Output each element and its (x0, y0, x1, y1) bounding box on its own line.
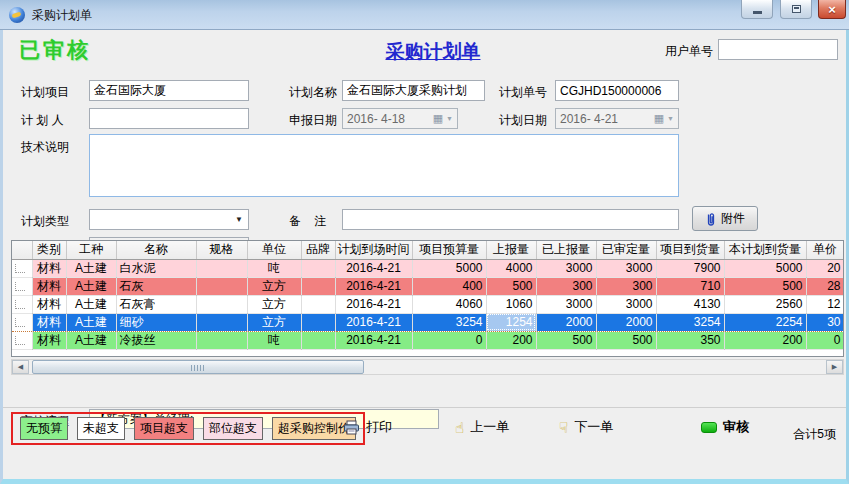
prev-record-button[interactable]: ☝ 上一单 (455, 418, 509, 436)
grid-cell[interactable] (196, 295, 247, 313)
column-header[interactable]: 名称 (116, 241, 196, 259)
column-header[interactable]: 品牌 (301, 241, 335, 259)
grid-cell[interactable]: 0 (412, 331, 486, 349)
column-header[interactable]: 项目到货量 (656, 241, 724, 259)
scroll-left-button[interactable]: ◀ (12, 360, 29, 374)
grid-cell[interactable]: 材料 (32, 313, 66, 331)
grid-cell[interactable]: 材料 (32, 277, 66, 295)
tech-note-textarea[interactable] (89, 134, 679, 197)
column-header[interactable]: 已审定量 (596, 241, 656, 259)
table-row[interactable]: 材料A土建石灰立方2016-4-2140050030030071050028 (12, 277, 844, 295)
grid-cell[interactable]: 材料 (32, 331, 66, 349)
scrollbar-thumb[interactable] (32, 360, 364, 374)
grid-cell[interactable]: A土建 (66, 331, 116, 349)
grid-cell[interactable]: 石灰膏 (116, 295, 196, 313)
grid-cell[interactable]: 2000 (536, 313, 596, 331)
chevron-down-icon[interactable]: ▼ (446, 115, 453, 122)
grid-cell[interactable]: 2016-4-21 (335, 277, 412, 295)
row-indicator[interactable] (12, 331, 32, 349)
column-header[interactable]: 单位 (247, 241, 301, 259)
grid-cell[interactable]: 30 (806, 313, 844, 331)
grid-cell[interactable]: 吨 (247, 331, 301, 349)
grid-cell[interactable] (196, 331, 247, 349)
grid-cell[interactable]: 3254 (412, 313, 486, 331)
grid-cell[interactable] (301, 331, 335, 349)
grid-cell[interactable]: 3000 (596, 259, 656, 277)
grid-cell[interactable]: 300 (536, 277, 596, 295)
grid-cell[interactable] (301, 295, 335, 313)
row-indicator[interactable] (12, 259, 32, 277)
audit-button[interactable]: 审核 (701, 418, 749, 436)
grid-cell[interactable]: 2000 (596, 313, 656, 331)
row-indicator[interactable] (12, 295, 32, 313)
grid-cell[interactable]: 7900 (656, 259, 724, 277)
column-header[interactable]: 工种 (66, 241, 116, 259)
grid-cell[interactable]: 0 (806, 331, 844, 349)
grid-cell[interactable]: 3254 (656, 313, 724, 331)
grid-cell[interactable] (301, 259, 335, 277)
grid-cell[interactable]: 立方 (247, 277, 301, 295)
grid-cell[interactable]: 200 (486, 331, 536, 349)
plan-date-picker[interactable]: 2016- 4-21 ▦ ▼ (555, 108, 679, 129)
grid-cell[interactable]: 材料 (32, 295, 66, 313)
grid-cell[interactable]: 2254 (724, 313, 806, 331)
grid-cell[interactable]: 4060 (412, 295, 486, 313)
plan-name-input[interactable] (342, 80, 485, 101)
grid-cell[interactable]: 1254 (486, 313, 536, 331)
grid-cell[interactable]: 400 (412, 277, 486, 295)
plan-no-input[interactable] (555, 80, 679, 101)
grid-cell[interactable]: A土建 (66, 259, 116, 277)
grid-cell[interactable]: 石灰 (116, 277, 196, 295)
grid-cell[interactable]: 1060 (486, 295, 536, 313)
row-indicator[interactable] (12, 277, 32, 295)
grid-cell[interactable]: 立方 (247, 295, 301, 313)
column-header[interactable]: 已上报量 (536, 241, 596, 259)
grid-cell[interactable]: 200 (724, 331, 806, 349)
planner-input[interactable] (89, 108, 249, 129)
grid-cell[interactable] (301, 277, 335, 295)
grid-cell[interactable] (196, 277, 247, 295)
plan-project-input[interactable] (89, 80, 249, 101)
grid-cell[interactable]: 710 (656, 277, 724, 295)
column-header[interactable]: 项目预算量 (412, 241, 486, 259)
remark-input[interactable] (342, 209, 679, 230)
column-header[interactable]: 规格 (196, 241, 247, 259)
plan-items-grid[interactable]: 类别工种名称规格单位品牌计划到场时间项目预算量上报量已上报量已审定量项目到货量本… (11, 240, 844, 357)
grid-cell[interactable]: 4000 (486, 259, 536, 277)
column-header[interactable]: 本计划到货量 (724, 241, 806, 259)
table-row[interactable]: 材料A土建细砂立方2016-4-213254125420002000325422… (12, 313, 844, 331)
grid-cell[interactable]: 300 (596, 277, 656, 295)
restore-button[interactable] (780, 0, 812, 19)
chevron-down-icon[interactable]: ▼ (235, 215, 243, 224)
table-row[interactable]: 材料A土建白水泥吨2016-4-215000400030003000790050… (12, 259, 844, 277)
minimize-button[interactable] (741, 0, 773, 19)
grid-cell[interactable]: 500 (596, 331, 656, 349)
grid-cell[interactable]: A土建 (66, 295, 116, 313)
close-button[interactable]: × (818, 0, 846, 19)
grid-cell[interactable]: 500 (536, 331, 596, 349)
column-header[interactable]: 类别 (32, 241, 66, 259)
table-row[interactable]: 材料A土建石灰膏立方2016-4-21406010603000300041302… (12, 295, 844, 313)
table-row[interactable]: 材料A土建冷拔丝吨2016-4-2102005005003502000 (12, 331, 844, 349)
next-record-button[interactable]: ☟ 下一单 (559, 418, 613, 436)
grid-cell[interactable]: 立方 (247, 313, 301, 331)
column-header[interactable]: 计划到场时间 (335, 241, 412, 259)
declare-date-picker[interactable]: 2016- 4-18 ▦ ▼ (342, 108, 458, 129)
print-button[interactable]: 打印 (343, 418, 392, 436)
grid-cell[interactable] (301, 313, 335, 331)
grid-cell[interactable]: 细砂 (116, 313, 196, 331)
chevron-down-icon[interactable]: ▼ (667, 115, 674, 122)
grid-cell[interactable]: 12 (806, 295, 844, 313)
grid-cell[interactable] (196, 313, 247, 331)
grid-cell[interactable]: 20 (806, 259, 844, 277)
grid-cell[interactable]: 冷拔丝 (116, 331, 196, 349)
grid-cell[interactable]: 5000 (724, 259, 806, 277)
grid-cell[interactable]: 4130 (656, 295, 724, 313)
grid-cell[interactable]: 吨 (247, 259, 301, 277)
grid-cell[interactable]: 3000 (596, 295, 656, 313)
horizontal-scrollbar[interactable]: ◀ ▶ (11, 359, 844, 375)
grid-cell[interactable]: 材料 (32, 259, 66, 277)
column-header[interactable]: 单价 (806, 241, 844, 259)
column-header[interactable]: 上报量 (486, 241, 536, 259)
grid-cell[interactable]: 350 (656, 331, 724, 349)
